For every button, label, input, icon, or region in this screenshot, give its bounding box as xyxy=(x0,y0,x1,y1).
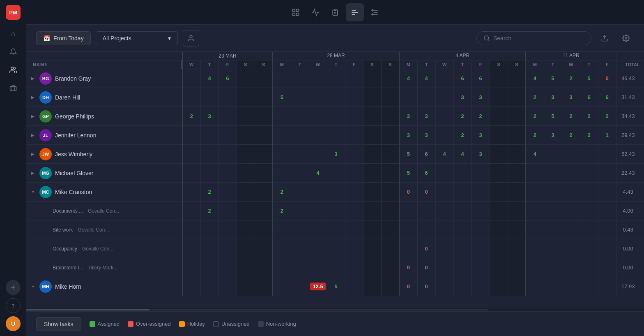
sidebar-help[interactable]: ? xyxy=(6,298,21,313)
total-value: 17.93 xyxy=(616,277,644,296)
expand-btn[interactable]: ▶ xyxy=(30,113,36,120)
expand-btn[interactable]: ▶ xyxy=(30,151,36,158)
total-value: 4.00 xyxy=(616,202,644,220)
legend-unassigned: Unassigned xyxy=(213,321,250,327)
expand-btn[interactable]: ▶ xyxy=(30,170,36,176)
day-value: 2 xyxy=(588,113,591,119)
non-working-label: Non-working xyxy=(266,321,296,327)
week-11apr: 11 APR xyxy=(526,52,616,60)
over-assigned-dot xyxy=(128,321,133,327)
person-row[interactable]: ▾ MC Mike Cranston 22004.43 xyxy=(26,183,644,202)
day-value: 3 xyxy=(552,94,554,100)
subtask-project: Govalle Con... xyxy=(88,208,119,214)
show-tasks-button[interactable]: Show tasks xyxy=(36,317,81,331)
sidebar-users[interactable] xyxy=(6,63,21,77)
day-s1: S xyxy=(237,60,255,69)
day-value: 0 xyxy=(425,246,428,252)
search-placeholder: Search xyxy=(493,35,511,42)
expand-btn[interactable]: ▾ xyxy=(30,189,36,195)
day-t6: T xyxy=(544,60,562,69)
subtask-row[interactable]: Brainstorm I... Tillery Mark... 000.00 xyxy=(26,258,644,277)
gantt-table: 23 MAR 28 MAR 4 APR 11 APR NAME W T xyxy=(26,52,644,296)
subtask-row[interactable]: Site work Govalle Con... 0.43 xyxy=(26,220,644,239)
person-row[interactable]: ▾ MH Mike Horn 12.550017.93 xyxy=(26,277,644,296)
person-row[interactable]: ▶ MG Michael Glover 45622.43 xyxy=(26,164,644,183)
total-value: 31.43 xyxy=(616,88,644,107)
day-s4: S xyxy=(381,60,399,69)
subtask-row[interactable]: Occupancy Govalle Con... 00.00 xyxy=(26,239,644,258)
person-row[interactable]: ▶ GP George Phillips 2333222522234.43 xyxy=(26,107,644,126)
projects-dropdown[interactable]: All Projects ▾ xyxy=(96,31,178,45)
resize-handle[interactable] xyxy=(181,60,183,69)
day-value: 5 xyxy=(407,151,410,157)
scrollbar-thumb[interactable] xyxy=(26,309,150,311)
footer: Show tasks Assigned Over-assigned Holida… xyxy=(26,311,644,336)
day-value: 2 xyxy=(461,113,464,119)
unassigned-dot xyxy=(213,321,219,327)
projects-label: All Projects xyxy=(103,35,131,42)
day-value: 5 xyxy=(552,113,554,119)
day-value: 0 xyxy=(425,189,428,195)
person-name: Brandon Gray xyxy=(55,75,91,82)
day-w4: W xyxy=(562,60,580,69)
person-row[interactable]: ▶ BG Brandon Gray 4644664525046.43 xyxy=(26,69,644,88)
day-value: 4 xyxy=(443,151,446,157)
horizontal-scrollbar[interactable] xyxy=(26,308,644,311)
day-s3: S xyxy=(363,60,381,69)
user-avatar[interactable]: U xyxy=(6,316,21,331)
day-value: 2 xyxy=(534,94,536,100)
day-value: 2 xyxy=(208,208,211,214)
expand-btn[interactable]: ▶ xyxy=(30,75,36,82)
clipboard-view-btn[interactable] xyxy=(326,3,344,21)
chart-view-btn[interactable] xyxy=(306,3,324,21)
day-t7: T xyxy=(580,60,598,69)
sidebar-add-button[interactable]: + xyxy=(6,280,21,295)
from-today-label: From Today xyxy=(53,35,84,42)
person-filter-button[interactable] xyxy=(183,30,199,46)
expand-btn[interactable]: ▶ xyxy=(30,132,36,139)
sidebar-projects[interactable] xyxy=(6,81,21,95)
sidebar-home[interactable]: ⌂ xyxy=(6,26,21,41)
holiday-label: Holiday xyxy=(187,321,205,327)
subtask-project: Govalle Con... xyxy=(78,227,109,233)
subtask-name: Documents ... xyxy=(53,208,83,214)
chevron-down-icon: ▾ xyxy=(168,35,171,42)
main-content: 📅 From Today All Projects ▾ Search xyxy=(26,0,644,336)
day-value: 5 xyxy=(334,283,337,290)
day-f4: F xyxy=(598,60,616,69)
sidebar-notifications[interactable] xyxy=(6,44,21,59)
day-value: 6 xyxy=(226,75,229,81)
person-row[interactable]: ▶ JW Jess Wimberly 356443452.43 xyxy=(26,145,644,164)
non-working-dot xyxy=(258,321,264,327)
person-name: George Phillips xyxy=(55,113,94,120)
day-value: 5 xyxy=(281,94,283,100)
day-value: 4 xyxy=(316,170,319,176)
settings-button[interactable] xyxy=(618,30,634,46)
person-name: Daren Hill xyxy=(55,94,80,101)
avatar: MC xyxy=(39,186,52,198)
search-box[interactable]: Search xyxy=(476,31,591,45)
day-value: 2 xyxy=(190,113,193,119)
export-button[interactable] xyxy=(596,30,613,46)
gantt-content: 23 MAR 28 MAR 4 APR 11 APR NAME W T xyxy=(26,52,644,311)
from-today-button[interactable]: 📅 From Today xyxy=(36,31,91,45)
gantt-view-btn[interactable] xyxy=(346,3,364,21)
expand-btn[interactable]: ▶ xyxy=(30,94,36,101)
expand-btn[interactable]: ▾ xyxy=(30,283,36,290)
subtask-row[interactable]: Documents ... Govalle Con... 224.00 xyxy=(26,202,644,220)
person-name: Jennifer Lennon xyxy=(55,132,96,139)
day-value: 6 xyxy=(425,151,428,157)
day-s6: S xyxy=(508,60,526,69)
day-w2: W xyxy=(309,60,327,69)
view-search-btn[interactable] xyxy=(287,3,305,21)
day-value: 3 xyxy=(425,132,428,138)
person-name: Mike Horn xyxy=(55,283,81,290)
day-t2: T xyxy=(291,60,309,69)
day-value: 3 xyxy=(334,151,337,157)
settings-view-btn[interactable] xyxy=(366,3,384,21)
day-value: 0 xyxy=(606,75,609,81)
svg-point-15 xyxy=(372,9,373,11)
person-row[interactable]: ▶ DH Daren Hill 5332336631.43 xyxy=(26,88,644,107)
subtask-name: Site work xyxy=(53,227,73,233)
person-row[interactable]: ▶ JL Jennifer Lennon 33232322129.43 xyxy=(26,126,644,145)
